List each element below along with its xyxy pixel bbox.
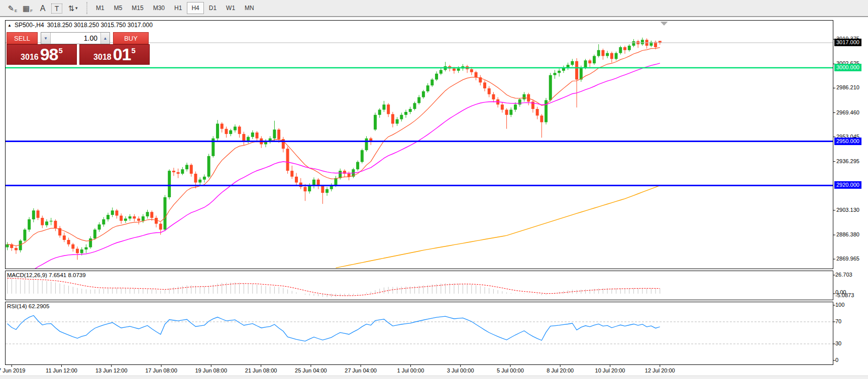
time-axis-label: 5 Jul 00:00 [497, 367, 524, 373]
chart-symbol: SP500-,H4 [15, 22, 44, 29]
price-tick-label: 2869.965 [836, 256, 859, 262]
time-axis-label: 13 Jun 12:00 [95, 367, 128, 373]
time-axis-label: 1 Jul 00:00 [397, 367, 424, 373]
time-axis-label: 12 Jul 20:00 [645, 367, 675, 373]
rsi-axis-label: 0 [835, 357, 838, 363]
trade-panel-row1: SELL ▼ ▲ BUY [7, 32, 150, 44]
time-axis-label: 17 Jun 08:00 [145, 367, 177, 373]
sell-button[interactable]: SELL [7, 32, 38, 44]
one-click-trade-panel: SELL ▼ ▲ BUY 3016 98 5 3018 01 5 [7, 32, 150, 65]
price-tick-label: 2969.460 [836, 109, 859, 115]
collapse-triangle-icon: ▲ [8, 23, 12, 28]
rsi-label: RSI(14) 62.2905 [7, 303, 49, 309]
price-tick-label: 2886.380 [836, 231, 859, 237]
volume-decrease-button[interactable]: ▼ [41, 33, 51, 44]
time-axis-label: 27 Jun 04:00 [345, 367, 377, 373]
sell-price-big: 98 [40, 45, 58, 64]
chart-title: ▲ SP500-,H4 3018.250 3018.250 3015.750 3… [8, 22, 153, 29]
sell-price-sup: 5 [59, 46, 63, 55]
price-tick-label: 2936.295 [836, 158, 859, 164]
time-axis-label: 7 Jun 2019 [0, 367, 25, 373]
price-tick-label: 2903.130 [836, 207, 859, 213]
macd-axis-label: -5.0873 [835, 292, 854, 298]
price-badge-2950.000: 2950.000 [834, 138, 861, 145]
price-tick-label: 2986.210 [836, 84, 859, 90]
trade-panel-row2: 3016 98 5 3018 01 5 [7, 44, 150, 65]
buy-quote-panel[interactable]: 3018 01 5 [79, 44, 150, 65]
rsi-axis-label: 70 [835, 318, 841, 324]
volume-increase-button[interactable]: ▲ [100, 33, 110, 44]
buy-price-sup: 5 [132, 46, 136, 55]
time-axis-label: 25 Jun 04:00 [295, 367, 327, 373]
mt4-window: ✎E ▦F A T ⇅ ▾ M1 M5 M15 M30 H1 H4 D1 W1 … [0, 0, 868, 379]
time-axis-label: 11 Jun 12:00 [46, 367, 77, 373]
volume-input[interactable] [51, 33, 100, 44]
time-axis-label: 8 Jul 20:00 [547, 367, 574, 373]
macd-label: MACD(12,26,9) 7.6541 8.0739 [7, 272, 86, 278]
sell-quote-panel[interactable]: 3016 98 5 [7, 44, 77, 65]
time-axis-label: 10 Jul 20:00 [595, 367, 625, 373]
buy-button[interactable]: BUY [113, 32, 149, 44]
buy-price-small: 3018 [93, 53, 112, 62]
chart-ohlc-values: 3018.250 3018.250 3015.750 3017.000 [47, 22, 153, 29]
time-axis-label: 19 Jun 08:00 [195, 367, 228, 373]
rsi-axis-label: 30 [835, 340, 841, 346]
price-badge-3017.000: 3017.000 [834, 39, 861, 46]
rsi-axis-label: 100 [835, 302, 844, 308]
time-axis-label: 3 Jul 00:00 [447, 367, 474, 373]
buy-price-big: 01 [113, 45, 131, 64]
bottom-strip [0, 375, 868, 379]
sell-price-small: 3016 [21, 53, 39, 62]
time-axis-label: 21 Jun 08:00 [245, 367, 277, 373]
volume-stepper: ▼ ▲ [41, 32, 110, 44]
macd-axis-label: 26.703 [835, 272, 852, 278]
price-badge-3000.000: 3000.000 [834, 64, 861, 71]
price-badge-2920.000: 2920.000 [834, 181, 861, 189]
